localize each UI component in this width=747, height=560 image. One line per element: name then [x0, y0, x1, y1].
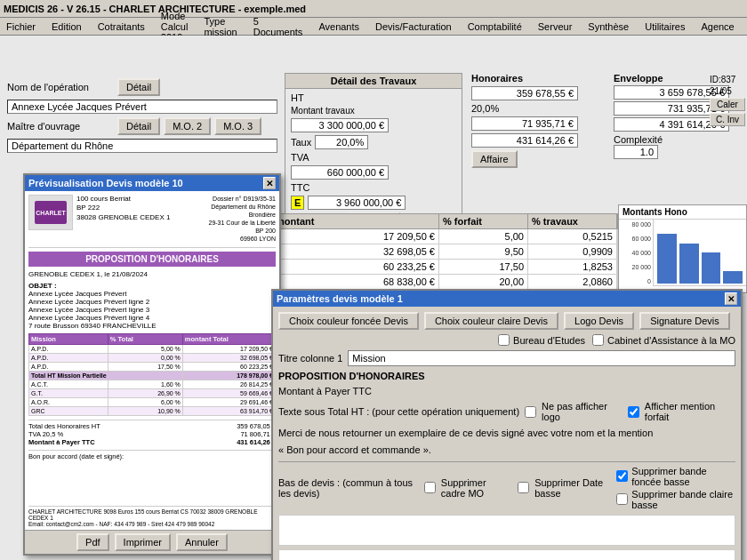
affaire-row: Affaire — [471, 150, 614, 168]
hon-val3[interactable]: 431 614,26 € — [471, 133, 578, 148]
tr1-montant: 32 698,05 € — [182, 353, 275, 362]
montant-val-row: 3 300 000,00 € — [291, 118, 456, 132]
taux-val[interactable]: 20,0% — [315, 135, 368, 149]
signature-btn[interactable]: Signature Devis — [639, 312, 730, 330]
tr1-pct: 0,00 % — [108, 353, 182, 362]
bureau-etudes-checkbox[interactable] — [498, 334, 510, 346]
y-label-4: 0 — [621, 278, 651, 284]
subject-line2: Annexe Lycée Jacques Prévert ligne 2 — [28, 298, 276, 306]
menu-avenants[interactable]: Avenants — [316, 20, 362, 33]
complexite-label: Complexité — [614, 134, 663, 145]
subject-line1: Annexe Lycée Jacques Prévert — [28, 290, 276, 298]
operation-detail-btn[interactable]: Détail — [117, 78, 160, 96]
menu-utilitaires[interactable]: Utilitaires — [642, 20, 687, 33]
col-travaux-header: % travaux — [528, 214, 617, 228]
params-close-btn[interactable]: ✕ — [725, 292, 737, 305]
previs-close-btn[interactable]: ✕ — [263, 177, 276, 189]
menu-fichier[interactable]: Fichier — [4, 20, 38, 33]
maitre-label: Maître d'ouvrage — [7, 121, 114, 132]
maitre-detail-btn[interactable]: Détail — [117, 117, 160, 135]
annuler-previs-btn[interactable]: Annuler — [176, 533, 228, 551]
menu-documents[interactable]: 5 Documents — [251, 15, 306, 38]
pas-afficher-logo-checkbox[interactable] — [525, 406, 536, 418]
previs-banner: PROPOSITION D'HONORAIRES — [28, 252, 276, 267]
dossier-line4: 29-31 Cour de la Liberté — [209, 219, 277, 227]
row1-montant: 32 698,05 € — [272, 244, 439, 259]
tr2-pct: 17,50 % — [108, 362, 182, 371]
menu-agence[interactable]: Agence — [698, 20, 736, 33]
maitre-mo3-btn[interactable]: M.O. 3 — [214, 117, 261, 135]
row1-travaux: 0,9909 — [528, 244, 617, 259]
table-row: A.O.R. 6,00 % 29 691,46 € — [29, 397, 276, 406]
hon-val1-row: 359 678,55 € — [471, 86, 614, 100]
left-form: Nom de l'opération Détail Annexe Lycée J… — [0, 75, 285, 160]
hon-val2[interactable]: 71 935,71 € — [471, 116, 578, 131]
menu-comptabilite[interactable]: Comptabilité — [465, 20, 525, 33]
previs-titlebar: Prévisualisation Devis modèle 10 ✕ — [25, 175, 279, 191]
complexite-val[interactable]: 1.0 — [614, 145, 658, 159]
supprimer-date-basse-checkbox[interactable] — [518, 482, 529, 493]
menu-devis[interactable]: Devis/Facturation — [373, 20, 454, 33]
operation-input[interactable]: Annexe Lycée Jacques Prévert — [7, 100, 277, 114]
y-label-0: 80 000 — [621, 221, 651, 228]
suppr-claire-checkbox[interactable] — [616, 493, 628, 505]
total-ht-label: Total des Honoraires HT — [28, 422, 100, 430]
supprimer-cadre-mo-checkbox[interactable] — [424, 482, 436, 493]
afficher-mention-checkbox[interactable] — [628, 406, 639, 418]
pdf-btn[interactable]: Pdf — [76, 533, 109, 551]
dossier-line1: Dossier n° D919/35-31 — [209, 195, 277, 203]
cabinet-checkbox[interactable] — [592, 334, 604, 346]
menu-cotraitants[interactable]: Cotraitants — [95, 20, 148, 33]
bar-0 — [657, 234, 677, 284]
taux-row: Taux 20,0% — [291, 135, 456, 149]
caler-btn[interactable]: Caler — [710, 98, 745, 111]
subject-line4: Annexe Lycée Jacques Prévert ligne 4 — [28, 314, 276, 322]
cinv-btn[interactable]: C. Inv — [710, 113, 745, 126]
tva-val[interactable]: 660 000,00 € — [291, 165, 389, 180]
data-row-1: 32 698,05 € 9,50 0,9909 — [271, 244, 618, 260]
section-label: Total HT Mission Partielle — [29, 371, 183, 380]
montant-ttc-label: Montant à Payer TTC — [28, 438, 95, 446]
menu-serveur[interactable]: Serveur — [535, 20, 575, 33]
pas-afficher-logo-label: Ne pas afficher logo — [542, 401, 622, 422]
tva-label: TVA — [291, 152, 309, 163]
bon-accord-block: « Bon pour accord et commande ». — [278, 444, 735, 457]
menu-synthese[interactable]: Synthèse — [585, 20, 631, 33]
previs-to-text: GRENOBLE CEDEX 1, le 21/08/2024 — [28, 270, 276, 278]
hon-label-row: Honoraires — [471, 73, 614, 84]
suppr-foncee-label: Supprimer bande foncée basse — [631, 466, 735, 487]
table-row: A.P.D. 5,00 % 17 209,50 € — [29, 344, 276, 353]
table-row: A.C.T. 1,60 % 26 814,25 € — [29, 380, 276, 388]
subject-line5: 7 route Brusson 69340 FRANCHEVILLE — [28, 322, 276, 330]
montant-payer-row: Montant à Payer TTC — [278, 386, 735, 396]
maitre-input[interactable]: Département du Rhône — [7, 139, 277, 153]
choix-claire-btn[interactable]: Choix couleur claire Devis — [424, 312, 558, 330]
menu-edition[interactable]: Edition — [49, 20, 84, 33]
tr7-montant: 63 914,70 € — [182, 406, 275, 415]
data-grid-header: montant % forfait % travaux — [271, 213, 618, 229]
titre-col-input[interactable] — [348, 350, 735, 366]
affaire-btn[interactable]: Affaire — [471, 150, 518, 168]
previs-dossier: Dossier n° D919/35-31 Département du Rhô… — [209, 195, 277, 244]
choix-foncee-btn[interactable]: Choix couleur foncée Devis — [278, 312, 419, 330]
row3-montant: 68 838,00 € — [272, 275, 439, 289]
tva-val-row: 660 000,00 € — [291, 165, 456, 180]
menu-type-mission[interactable]: Type mission — [201, 15, 239, 38]
montant-travaux-val[interactable]: 3 300 000,00 € — [291, 118, 389, 132]
ttc-val-row: E 3 960 000,00 € — [291, 196, 456, 210]
logo-btn[interactable]: Logo Devis — [564, 312, 634, 330]
suppr-foncee-checkbox[interactable] — [616, 470, 628, 482]
ttc-val[interactable]: 3 960 000,00 € — [308, 196, 406, 210]
imprimer-btn[interactable]: Imprimer — [115, 533, 171, 551]
table-row: A.P.D. 0,00 % 32 698,05 € — [29, 353, 276, 362]
tr6-montant: 29 691,46 € — [182, 397, 275, 406]
maitre-mo2-btn[interactable]: M.O. 2 — [164, 117, 211, 135]
right-panel: ID:837 21/05 Caler C. Inv — [710, 75, 745, 126]
bar-1 — [679, 244, 699, 284]
table-row: GRC 10,90 % 63 914,70 € — [29, 406, 276, 415]
previs-footer-label: Bon pour accord (date et signé): — [28, 450, 276, 460]
suppr-claire-label: Supprimer bande claire basse — [631, 489, 735, 510]
row2-montant: 60 233,25 € — [272, 260, 439, 274]
divider — [278, 461, 735, 462]
hon-val1[interactable]: 359 678,55 € — [471, 86, 578, 100]
